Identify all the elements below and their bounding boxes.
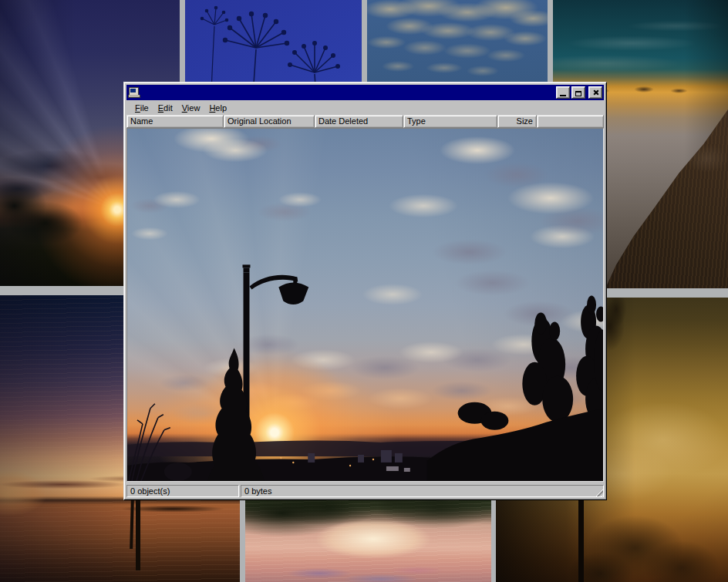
column-header-filler [537,115,604,128]
column-header-row: Name Original Location Date Deleted Type… [126,115,604,128]
status-size: 0 bytes [241,485,604,497]
column-header-original-location[interactable]: Original Location [224,115,315,128]
computer-icon [128,87,140,98]
menu-help[interactable]: Help [204,103,231,113]
resize-grip[interactable] [594,487,603,496]
close-icon [592,89,599,96]
column-header-name[interactable]: Name [126,115,224,128]
maximize-button[interactable] [571,86,585,99]
list-view-area [126,128,604,482]
close-button[interactable] [588,86,602,99]
minimize-button[interactable] [556,86,570,99]
right-trees-silhouette [458,295,603,429]
menu-bar: File Edit View Help [126,100,604,115]
menu-view[interactable]: View [177,103,205,113]
column-header-date-deleted[interactable]: Date Deleted [315,115,403,128]
desktop: File Edit View Help Name Original Locati… [0,0,728,582]
menu-edit[interactable]: Edit [153,103,177,113]
status-object-count: 0 object(s) [126,485,239,497]
recycle-bin-window: File Edit View Help Name Original Locati… [123,82,607,500]
photo-silhouettes [127,129,603,481]
sunset-lamp-photo [127,129,603,481]
window-titlebar[interactable] [126,85,604,100]
lake-pole-silhouette [130,500,134,549]
lake-pole-silhouette [136,500,140,570]
column-header-size[interactable]: Size [497,115,537,128]
menu-file[interactable]: File [130,103,153,113]
minimize-icon [560,95,566,96]
status-bar: 0 object(s) 0 bytes [126,483,604,497]
maximize-icon [575,91,581,96]
pole-silhouette [578,500,584,582]
column-header-type[interactable]: Type [403,115,497,128]
